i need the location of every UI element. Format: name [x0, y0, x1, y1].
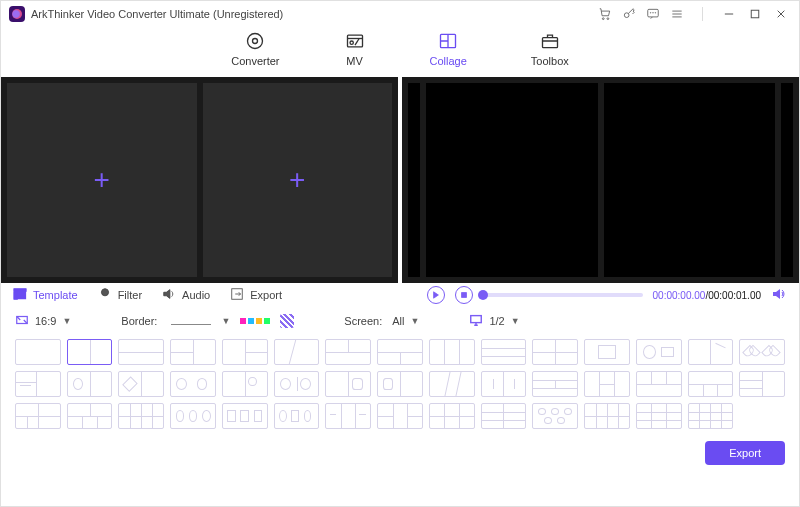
minimize-button[interactable] [719, 4, 739, 24]
border-color-select[interactable] [240, 318, 270, 324]
svg-rect-18 [461, 293, 466, 298]
main-nav: Converter MV Collage Toolbox [1, 27, 799, 77]
template-item[interactable] [325, 403, 371, 429]
template-item[interactable] [222, 371, 268, 397]
key-icon[interactable] [620, 5, 638, 23]
border-pattern-select[interactable] [280, 314, 294, 328]
preview-right-bar [781, 83, 793, 277]
playback-slider[interactable] [483, 293, 643, 297]
template-item[interactable] [118, 371, 164, 397]
cart-icon[interactable] [596, 5, 614, 23]
nav-toolbox[interactable]: Toolbox [531, 31, 569, 67]
feedback-icon[interactable] [644, 5, 662, 23]
svg-point-9 [253, 39, 258, 44]
template-item[interactable] [67, 403, 113, 429]
svg-rect-13 [542, 38, 557, 48]
svg-point-8 [248, 34, 263, 49]
stop-button[interactable] [455, 286, 473, 304]
template-item[interactable] [532, 371, 578, 397]
app-window: ArkThinker Video Converter Ultimate (Unr… [0, 0, 800, 507]
template-item[interactable] [325, 339, 371, 365]
template-item[interactable] [636, 403, 682, 429]
maximize-button[interactable] [745, 4, 765, 24]
tab-audio[interactable]: Audio [162, 287, 210, 303]
collage-slot-1[interactable]: + [7, 83, 197, 277]
close-button[interactable] [771, 4, 791, 24]
template-item[interactable] [636, 371, 682, 397]
play-button[interactable] [427, 286, 445, 304]
template-item[interactable] [688, 371, 734, 397]
template-item[interactable] [67, 339, 113, 365]
template-item[interactable] [481, 403, 527, 429]
timecode: 00:00:00.00/00:00:01.00 [653, 290, 761, 301]
template-item[interactable] [429, 339, 475, 365]
export-icon [230, 287, 244, 303]
template-item[interactable] [15, 403, 61, 429]
aspect-ratio-select[interactable]: 16:9 ▼ [15, 313, 71, 329]
hatch-icon [280, 314, 294, 328]
nav-converter-label: Converter [231, 55, 279, 67]
mid-tabs-row: Template Filter Audio Export 00:00:00.00… [1, 283, 799, 307]
export-button[interactable]: Export [705, 441, 785, 465]
template-item[interactable] [481, 371, 527, 397]
svg-point-1 [607, 18, 609, 20]
template-item[interactable] [325, 371, 371, 397]
template-item[interactable] [429, 403, 475, 429]
template-item[interactable] [739, 371, 785, 397]
plus-icon: + [289, 164, 305, 196]
template-item[interactable] [118, 403, 164, 429]
collage-editor: + + [1, 77, 402, 283]
slider-thumb[interactable] [478, 290, 488, 300]
template-item[interactable] [584, 403, 630, 429]
template-icon [13, 287, 27, 303]
template-item[interactable] [377, 339, 423, 365]
preview-left-bar [408, 83, 420, 277]
volume-button[interactable] [771, 286, 787, 304]
preview-pane-1 [426, 83, 598, 277]
chevron-down-icon: ▼ [221, 316, 230, 326]
menu-icon[interactable] [668, 5, 686, 23]
template-item[interactable] [377, 371, 423, 397]
template-item[interactable] [170, 339, 216, 365]
nav-toolbox-label: Toolbox [531, 55, 569, 67]
template-item[interactable] [532, 403, 578, 429]
template-item[interactable] [274, 371, 320, 397]
nav-mv-label: MV [346, 55, 363, 67]
chevron-down-icon: ▼ [411, 316, 420, 326]
template-item[interactable] [15, 371, 61, 397]
svg-point-5 [653, 13, 654, 14]
template-item[interactable] [274, 339, 320, 365]
template-item[interactable] [584, 371, 630, 397]
template-item[interactable] [688, 339, 734, 365]
border-style-select[interactable]: ▼ [167, 315, 230, 328]
page-select[interactable]: 1/2 ▼ [469, 313, 519, 329]
template-item[interactable] [67, 371, 113, 397]
tab-filter[interactable]: Filter [98, 287, 142, 303]
screen-select[interactable]: All ▼ [392, 315, 419, 327]
template-item[interactable] [222, 339, 268, 365]
app-title: ArkThinker Video Converter Ultimate (Unr… [31, 8, 283, 20]
collage-slot-2[interactable]: + [203, 83, 393, 277]
nav-mv[interactable]: MV [344, 31, 366, 67]
template-item[interactable] [222, 403, 268, 429]
template-item[interactable] [377, 403, 423, 429]
tab-export[interactable]: Export [230, 287, 282, 303]
nav-converter[interactable]: Converter [231, 31, 279, 67]
svg-rect-20 [471, 316, 482, 323]
template-item[interactable] [170, 371, 216, 397]
template-item[interactable] [429, 371, 475, 397]
tab-template[interactable]: Template [13, 287, 78, 303]
template-item[interactable] [532, 339, 578, 365]
template-item[interactable] [481, 339, 527, 365]
template-item[interactable] [739, 339, 785, 365]
nav-collage[interactable]: Collage [430, 31, 467, 67]
template-item[interactable] [584, 339, 630, 365]
template-item[interactable] [118, 339, 164, 365]
template-item[interactable] [274, 403, 320, 429]
template-item[interactable] [636, 339, 682, 365]
template-item[interactable] [15, 339, 61, 365]
template-grid [1, 335, 799, 435]
template-item[interactable] [688, 403, 734, 429]
border-label: Border: [121, 315, 157, 327]
template-item[interactable] [170, 403, 216, 429]
